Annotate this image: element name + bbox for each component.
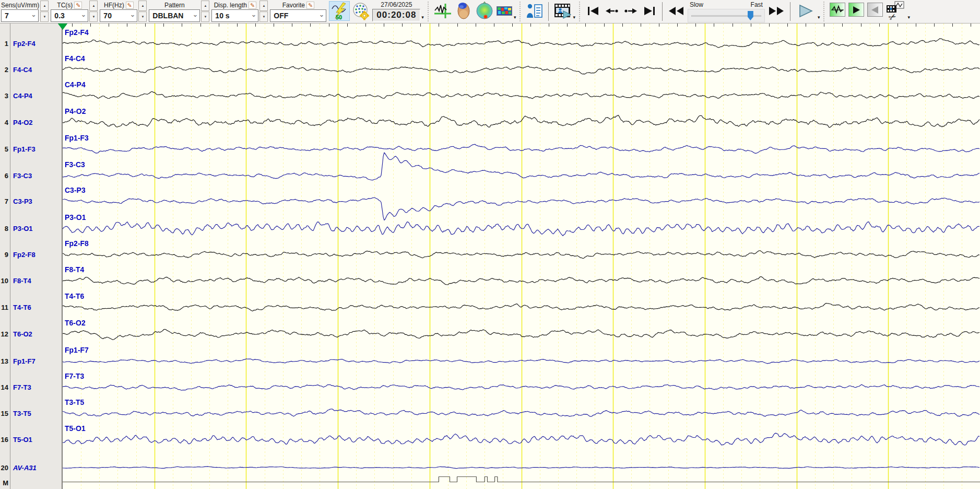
toolbar-separator (428, 2, 430, 21)
channel-number: 16 (0, 436, 8, 444)
sensitivity-down-button[interactable]: ▼ (40, 11, 49, 22)
channel-row[interactable]: 16T5-O1 (0, 434, 62, 445)
channel-row[interactable]: 12T6-O2 (0, 329, 62, 339)
channel-row[interactable]: 15T3-T5 (0, 408, 62, 418)
time-constant-combobox[interactable]: 0.3 ⌄ (51, 9, 88, 22)
time-constant-value: 0.3 (54, 11, 64, 20)
display-length-down-button[interactable]: ▼ (259, 11, 268, 22)
brain-map-3d-button[interactable] (454, 1, 474, 21)
play-button[interactable] (794, 1, 817, 21)
channel-number: 6 (0, 172, 8, 180)
channel-number: 2 (0, 66, 8, 74)
channel-number: 9 (0, 251, 8, 259)
sensitivity-combobox[interactable]: 7 ⌄ (1, 9, 39, 22)
montage-head-gear-icon (352, 2, 370, 20)
jump-to-end-button[interactable] (641, 1, 658, 21)
channel-row[interactable]: 13Fp1-F7 (0, 356, 62, 366)
time-constant-down-button[interactable]: ▼ (89, 11, 98, 22)
channel-number: 7 (0, 197, 8, 205)
channel-label: Fp2-F4 (13, 40, 36, 48)
step-back-icon (605, 6, 619, 16)
pattern-label: Pattern (164, 2, 185, 9)
review-forward-button[interactable] (848, 3, 864, 17)
channel-row[interactable]: 6F3-C3 (0, 170, 62, 181)
date-label: 27/06/2025 (381, 1, 412, 9)
event-marker-button[interactable] (433, 1, 453, 21)
sensitivity-stepper: ▲ ▼ (40, 1, 49, 22)
edit-pencil-icon[interactable]: ✎ (306, 2, 314, 9)
channel-row[interactable]: 10F8-T4 (0, 275, 62, 286)
topographic-map-button[interactable] (475, 1, 494, 21)
channel-row[interactable]: 11T4-T6 (0, 302, 62, 312)
time-constant-up-button[interactable]: ▲ (89, 1, 98, 11)
clip-export-button[interactable]: ✂ (885, 1, 907, 21)
channel-label: Fp1-F7 (13, 357, 36, 365)
pattern-value: DBLBAN (152, 11, 183, 20)
fast-forward-button[interactable] (766, 1, 786, 21)
clip-dropdown-button[interactable]: ▾ (907, 15, 910, 20)
channel-row[interactable]: 20AV-A31 (0, 462, 62, 473)
review-back-button[interactable] (867, 3, 883, 17)
speed-slider[interactable]: Slow Fast (688, 1, 765, 22)
channel-label: Fp2-F8 (13, 251, 36, 259)
speed-slider-track[interactable] (688, 9, 765, 22)
time-display: 00:20:08 (372, 9, 420, 21)
edit-pencil-icon[interactable]: ✎ (249, 2, 256, 9)
sensitivity-up-button[interactable]: ▲ (40, 1, 49, 11)
step-forward-button[interactable] (622, 1, 640, 21)
position-marker-icon[interactable] (58, 24, 67, 30)
display-length-stepper: ▲ ▼ (259, 1, 268, 22)
analysis-dropdown-button[interactable]: ▾ (514, 15, 516, 20)
high-filter-up-button[interactable]: ▲ (138, 1, 147, 11)
video-button[interactable] (552, 1, 572, 21)
channel-row[interactable]: 8P3-O1 (0, 223, 62, 234)
channel-row[interactable]: 14F7-T3 (0, 382, 62, 392)
montage-settings-button[interactable] (351, 1, 371, 21)
channel-number: 13 (0, 357, 8, 365)
patient-report-button[interactable] (525, 1, 545, 21)
channel-label: F7-T3 (13, 383, 31, 391)
dsa-spectrogram-button[interactable] (495, 1, 513, 21)
step-back-button[interactable] (603, 1, 621, 21)
pattern-combobox[interactable]: DBLBAN ⌄ (149, 9, 200, 22)
jump-to-start-button[interactable] (584, 1, 602, 21)
edit-pencil-icon[interactable]: ✎ (126, 2, 134, 9)
display-length-combobox[interactable]: 10 s ⌄ (211, 9, 258, 22)
chevron-down-icon: ⌄ (80, 12, 86, 17)
datetime-dropdown-button[interactable]: ▾ (421, 15, 424, 20)
channel-row[interactable]: 4P4-O2 (0, 117, 62, 127)
favorite-combobox[interactable]: OFF ⌄ (270, 9, 326, 22)
high-filter-down-button[interactable]: ▼ (138, 11, 147, 22)
rewind-icon (668, 6, 684, 16)
channel-row[interactable]: 7C3-P3 (0, 196, 62, 206)
chevron-down-icon: ⌄ (318, 12, 324, 17)
high-filter-combobox[interactable]: 70 ⌄ (100, 9, 137, 22)
speed-slider-thumb[interactable] (748, 11, 753, 20)
time-constant-stepper: ▲ ▼ (89, 1, 98, 22)
channel-row[interactable]: 9Fp2-F8 (0, 249, 62, 260)
edit-pencil-icon[interactable]: ✎ (74, 2, 82, 9)
display-length-label: Disp. length (214, 2, 247, 9)
channel-row[interactable]: M (0, 478, 62, 488)
pattern-down-button[interactable]: ▼ (201, 11, 209, 22)
notch-filter-button[interactable]: 50 (329, 1, 350, 21)
main-toolbar: Sens(uV/mm) 7 ⌄ ▲ ▼ TC(s) ✎ 0.3 ⌄ (0, 0, 980, 24)
channel-sidebar: 1Fp2-F42F4-C43C4-P44P4-O25Fp1-F36F3-C37C… (0, 24, 63, 489)
channel-row[interactable]: 3C4-P4 (0, 90, 62, 101)
eeg-traces-canvas[interactable] (63, 24, 980, 489)
channel-number: 15 (0, 410, 8, 417)
pattern-up-button[interactable]: ▲ (201, 1, 209, 11)
channel-row[interactable]: 1Fp2-F4 (0, 38, 62, 49)
channel-row[interactable]: 5Fp1-F3 (0, 144, 62, 154)
toolbar-separator (823, 2, 825, 21)
rewind-button[interactable] (666, 1, 686, 21)
review-waveform-icon (831, 5, 844, 15)
toolbar-separator (519, 2, 522, 21)
channel-row[interactable]: 2F4-C4 (0, 64, 62, 75)
sensitivity-value: 7 (5, 11, 9, 20)
review-waveform-button[interactable] (830, 3, 845, 17)
play-dropdown-button[interactable]: ▾ (818, 15, 820, 20)
waveform-marker-icon (433, 3, 452, 19)
video-dropdown-button[interactable]: ▾ (573, 15, 575, 20)
display-length-up-button[interactable]: ▲ (259, 1, 268, 11)
